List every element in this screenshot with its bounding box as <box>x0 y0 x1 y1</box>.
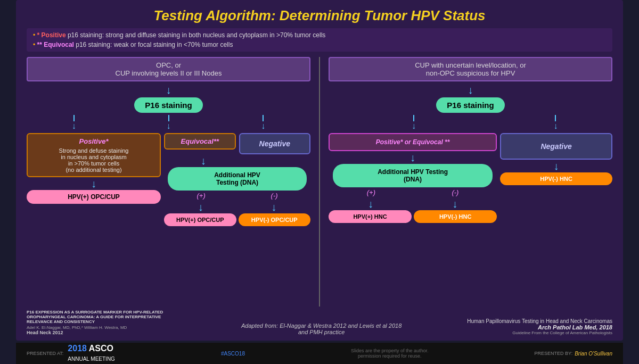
presenter-section: PRESENTED BY: Brian O'Sullivan <box>535 351 612 357</box>
left-equivocal-col: Equivocal** <box>164 133 235 154</box>
left-arrow-1: ↓ <box>166 85 171 95</box>
right-neg-arrow: ↓ <box>554 161 559 171</box>
right-plus: (+) <box>367 188 375 196</box>
left-plus-minus: (+) (-) <box>164 192 310 200</box>
footer-right-title: Human Papillomavirus Testing in Head and… <box>467 318 612 324</box>
asco-logo: 2018 ASCOANNUAL MEETING <box>68 344 115 363</box>
asco-hashtag: #ASCO18 <box>221 351 245 357</box>
footer-left: P16 EXPRESSION AS A SURROGATE MARKER FOR… <box>27 310 176 335</box>
left-result-positive: HPV(+) OPC/CUP <box>27 190 161 204</box>
main-flow: OPC, orCUP involving levels II or III No… <box>27 57 612 307</box>
left-equivocal-box: Equivocal** <box>164 133 235 150</box>
right-plus-arrow: ↓ <box>368 198 373 209</box>
footer-left-title: P16 EXPRESSION AS A SURROGATE MARKER FOR… <box>27 310 176 324</box>
right-arrow-1: ↓ <box>468 85 473 95</box>
legend-box: • * Positive p16 staining: strong and di… <box>27 28 612 52</box>
footer-right: Human Papillomavirus Testing in Head and… <box>467 318 612 335</box>
left-pos-arrow: ↓ <box>91 178 96 189</box>
presented-at-label: PRESENTED AT: <box>27 351 63 356</box>
asco-disclaimer: Slides are the property of the author.pe… <box>351 348 429 359</box>
left-minus: (-) <box>271 192 278 200</box>
left-plus: (+) <box>196 192 205 200</box>
right-minus-arrow: ↓ <box>452 198 457 209</box>
presented-by-label: PRESENTED BY: <box>535 351 573 356</box>
left-p16-box: P16 staining <box>134 97 202 113</box>
slide-title: Testing Algorithm: Determining Tumor HPV… <box>27 7 612 24</box>
left-equi-arrow: ↓ <box>201 155 206 166</box>
footer-center: Adapted from: El-Naggar & Westra 2012 an… <box>241 322 402 335</box>
right-top-box: CUP with uncertain level/location, ornon… <box>329 57 612 81</box>
legend-positive: • * Positive p16 staining: strong and di… <box>33 30 606 40</box>
left-plus-arrow: ↓ <box>198 202 203 212</box>
left-positive-desc: Strong and defuse stainingin nucleus and… <box>32 147 155 173</box>
right-p16-box: P16 staining <box>436 97 504 113</box>
right-result-neg: HPV(-) HNC <box>414 210 497 223</box>
left-positive-col: Positive* Strong and defuse stainingin n… <box>27 133 161 204</box>
footer-right-journal: Arch Pathol Lab Med, 2018 <box>467 324 612 330</box>
right-branch-row: Positive* or Equivocal ** ↓ Additional H… <box>329 133 612 223</box>
right-pos-equi-box: Positive* or Equivocal ** <box>329 133 497 151</box>
left-negative-box: Negative <box>239 133 310 154</box>
left-flow: OPC, orCUP involving levels II or III No… <box>27 57 310 307</box>
footer-left-authors: Adel K. El-Naggar, MD, PhD,* William H. … <box>27 325 176 330</box>
center-divider <box>319 57 320 307</box>
right-negative-col: Negative ↓ HPV(-) HNC <box>500 133 612 185</box>
asco-year: 2018 <box>68 344 88 353</box>
right-flow: CUP with uncertain level/location, ornon… <box>329 57 612 307</box>
right-plus-minus: (+) (-) <box>329 188 497 196</box>
left-result-pos2: HPV(+) OPC/CUP <box>164 213 236 226</box>
left-result-neg: HPV(-) OPC/CUP <box>239 213 310 226</box>
right-result-neg2: HPV(-) HNC <box>500 172 612 185</box>
presenter-name: Brian O'Sullivan <box>575 351 612 357</box>
left-branch-row: Positive* Strong and defuse stainingin n… <box>27 133 310 226</box>
left-negative-col: Negative <box>239 133 310 154</box>
left-additional-box: Additional HPVTesting (DNA) <box>168 167 307 191</box>
right-additional-box: Additional HPV Testing(DNA) <box>333 164 493 187</box>
right-minus: (-) <box>452 188 458 196</box>
right-result-pos: HPV(+) HNC <box>329 210 412 223</box>
asco-bar: PRESENTED AT: 2018 ASCOANNUAL MEETING #A… <box>16 343 623 364</box>
right-pos-arrow: ↓ <box>410 152 415 163</box>
left-minus-arrow: ↓ <box>271 202 276 212</box>
right-negative-box: Negative <box>500 133 612 160</box>
footer-left-journal: Head Neck 2012 <box>27 330 176 335</box>
footer: P16 EXPRESSION AS A SURROGATE MARKER FOR… <box>27 310 612 335</box>
legend-equivocal: • ** Equivocal p16 staining: weak or foc… <box>33 40 606 49</box>
footer-center-text: Adapted from: El-Naggar & Westra 2012 an… <box>241 322 402 335</box>
slide: Testing Algorithm: Determining Tumor HPV… <box>16 0 623 341</box>
left-positive-box: Positive* Strong and defuse stainingin n… <box>27 133 161 177</box>
left-top-box: OPC, orCUP involving levels II or III No… <box>27 57 310 81</box>
left-positive-label: Positive* <box>32 137 155 145</box>
footer-right-subtitle: Guideline From the College of American P… <box>467 330 612 335</box>
